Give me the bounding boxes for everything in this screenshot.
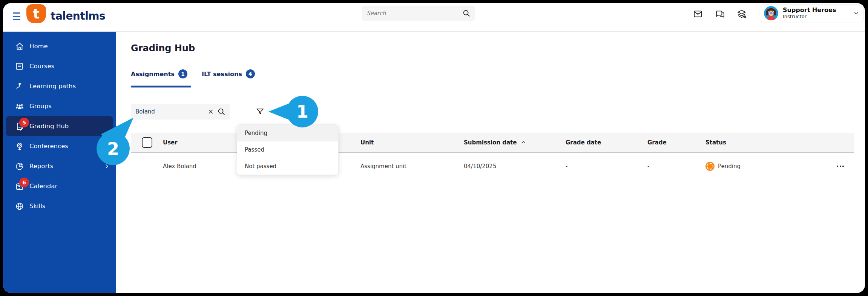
sidebar-item-grading-hub[interactable]: 5 Grading Hub [6,116,113,136]
brand-name: talentlms [51,10,105,22]
global-search-input[interactable] [367,10,462,17]
status-filter-menu: Pending Passed Not passed [237,124,339,175]
column-header-grade[interactable]: Grade [647,139,705,146]
sidebar-item-label: Groups [29,103,52,110]
main-content: Grading Hub Assignments 1 ILT sessions 4 [116,32,865,293]
sidebar-item-learning-paths[interactable]: Learning paths [3,76,116,96]
chevron-down-icon [853,10,860,17]
cell-status: Pending [705,162,826,171]
user-role: Instructor [783,14,836,20]
sidebar-item-label: Conferences [29,143,68,150]
column-header-user[interactable]: User [163,139,249,146]
sidebar-item-label: Home [29,43,48,50]
tab-label: ILT sessions [202,71,242,78]
tab-ilt-sessions-badge: 4 [246,69,255,78]
table-search-input[interactable] [135,108,207,115]
talentlms-logo[interactable]: t [26,4,46,23]
column-header-unit[interactable]: Unit [360,139,464,146]
skills-icon [15,202,24,211]
more-options-icon[interactable] [826,166,844,167]
calendar-badge: 6 [19,178,29,187]
tab-ilt-sessions[interactable]: ILT sessions 4 [202,69,255,78]
sidebar-item-label: Grading Hub [29,123,69,130]
status-pending-icon [705,162,715,171]
discussions-icon[interactable] [715,9,725,19]
global-search-box[interactable] [362,6,475,21]
search-icon[interactable] [462,9,471,17]
clear-search-icon[interactable] [207,107,215,116]
sidebar-item-home[interactable]: Home [3,36,116,56]
sidebar-item-label: Skills [29,202,45,210]
tab-assignments-badge: 1 [178,69,187,78]
column-header-submission-date[interactable]: Submission date [464,139,566,146]
filter-option-not-passed[interactable]: Not passed [237,158,338,175]
filter-option-pending[interactable]: Pending [237,125,338,141]
learning-paths-icon [15,82,24,91]
courses-icon [15,62,24,71]
sidebar-item-reports[interactable]: Reports [3,156,116,176]
sidebar-item-label: Reports [29,163,53,170]
page-title: Grading Hub [131,43,195,54]
column-header-grade-date[interactable]: Grade date [566,139,647,146]
home-icon [15,42,24,51]
conferences-icon [15,142,24,151]
column-header-status[interactable]: Status [705,139,826,146]
sidebar-nav: Home Courses Learning paths [3,32,116,293]
sidebar-item-label: Courses [29,63,54,70]
sidebar-item-label: Learning paths [29,83,76,90]
filter-option-passed[interactable]: Passed [237,141,338,158]
hamburger-menu-icon[interactable] [13,12,21,20]
user-name: Support Heroes [783,7,836,14]
chevron-right-icon [104,163,110,169]
status-badge: Pending [718,163,741,170]
sidebar-item-label: Calendar [29,183,57,190]
filter-icon[interactable] [256,107,265,116]
tab-label: Assignments [131,71,175,78]
sidebar-item-conferences[interactable]: Conferences [3,136,116,156]
tabs-divider [131,87,854,87]
select-all-checkbox[interactable] [142,137,152,148]
cell-grade-date: - [566,163,647,170]
course-stack-icon[interactable] [737,9,747,19]
sort-ascending-icon[interactable] [520,140,526,146]
reports-icon [15,162,24,171]
table-search-box[interactable] [131,104,230,120]
groups-icon [15,102,24,111]
top-header: t talentlms [3,3,865,32]
app-window: t talentlms [3,3,865,293]
grading-hub-badge: 5 [19,118,29,127]
sidebar-item-courses[interactable]: Courses [3,56,116,76]
cell-unit: Assignment unit [360,163,464,170]
active-tab-underline [131,86,191,87]
avatar [764,6,778,20]
logo-letter: t [33,6,39,21]
cell-user: Alex Boland [163,163,249,170]
sidebar-item-skills[interactable]: Skills [3,196,116,216]
user-profile-menu[interactable]: Support Heroes Instructor [760,4,864,22]
tab-assignments[interactable]: Assignments 1 [131,69,187,78]
column-label: Submission date [464,139,517,146]
cell-submission-date: 04/10/2025 [464,163,566,170]
inbox-icon[interactable] [693,9,703,19]
search-icon[interactable] [217,107,225,116]
sidebar-item-calendar[interactable]: 6 Calendar [3,176,116,196]
cell-grade: - [647,163,705,170]
sidebar-item-groups[interactable]: Groups [3,96,116,116]
